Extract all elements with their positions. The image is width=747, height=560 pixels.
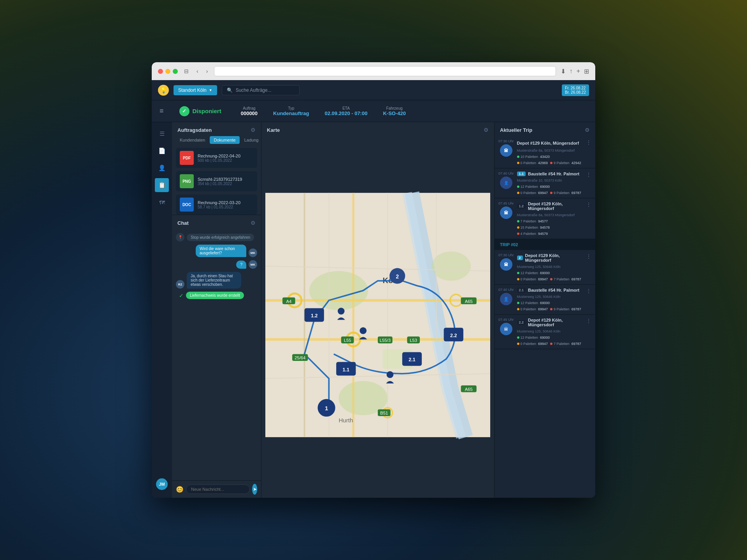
forward-button[interactable]: ›: [205, 67, 210, 75]
search-bar[interactable]: 🔍 Suche Aufträge...: [222, 85, 300, 95]
msg-left-1: RZ Ja, durch einen Stau hat sich der Lie…: [176, 272, 257, 289]
trip-stop-1-2: 07:45 Uhr 🏛 1.2 Depot #129 Köln, Müngers…: [494, 198, 595, 239]
typ-value: Kundenauftrag: [273, 110, 309, 116]
sidebar-icons: ☰ 📄 👤 📋 🗺 JM: [152, 122, 172, 498]
file-item-png[interactable]: PNG Scrnsht-218379127319 354 kb | 01.05.…: [176, 171, 257, 191]
stop-menu-2-2[interactable]: ⋮: [586, 318, 591, 346]
msg-success-1: ✓ Liefernachweis wurde erstellt: [176, 292, 257, 299]
order-metadata: Auftrag 000000 Typ Kundenauftrag ETA 02.…: [241, 106, 406, 116]
trip-stop-1: 07:30 Uhr 🏛 Depot #129 Köln, Müngersdorf…: [494, 136, 595, 168]
stop-address-2-1: Musterweg 125, 50646 Köln: [517, 295, 561, 299]
pallet-orange-2: 0 Paletten69947: [517, 277, 548, 281]
download-icon[interactable]: ⬇: [561, 68, 566, 75]
url-bar[interactable]: [214, 66, 556, 76]
location-button[interactable]: Standort Köln: [174, 85, 217, 95]
auftragsdaten-tabs: Kundendaten Dokumente Ladung: [172, 136, 261, 148]
share-icon[interactable]: ↑: [570, 68, 573, 75]
add-tab-icon[interactable]: +: [577, 68, 580, 75]
svg-text:2: 2: [396, 273, 399, 280]
stop-time-2-1: 07:40 Uhr: [498, 288, 514, 292]
stop-time-2-2: 07:45 Uhr: [498, 318, 514, 322]
map-header: Karte ⚙: [261, 122, 494, 136]
file-item-doc[interactable]: DOC Rechnung-2022-03-20 58.7 kb | 01.05.…: [176, 194, 257, 215]
minimize-button[interactable]: [165, 69, 170, 74]
file-name-doc: Rechnung-2022-03-20: [198, 200, 240, 205]
stop-name-2-2: Depot #129 Köln, Müngersdorf: [528, 318, 583, 327]
svg-point-39: [338, 308, 345, 315]
back-button[interactable]: ‹: [195, 67, 200, 75]
chat-gear-icon[interactable]: ⚙: [251, 220, 256, 226]
stop-name-1: Depot #129 Köln, Müngersdorf: [517, 141, 579, 145]
stop-menu-1-2[interactable]: ⋮: [586, 201, 591, 236]
chat-section: Chat ⚙ 📍 Stop wurde erfolgreich angefahr…: [172, 215, 261, 498]
svg-point-40: [387, 371, 394, 378]
png-icon: PNG: [180, 174, 194, 188]
sidebar-toggle-icon[interactable]: ⊟: [182, 67, 190, 75]
sidebar-icon-user[interactable]: 👤: [155, 161, 169, 175]
map-panel: Karte ⚙: [261, 122, 494, 498]
file-meta-png: 354 kb | 01.05.2022: [198, 182, 242, 186]
stop-menu-2[interactable]: ⋮: [586, 253, 591, 281]
fahrzeug-label: Fahrzeug: [386, 106, 403, 110]
user-avatar[interactable]: JM: [156, 478, 168, 490]
svg-text:2.1: 2.1: [409, 357, 415, 362]
pallet-green-1-2: 7 Paletten94577: [517, 219, 548, 223]
eta-label: ETA: [342, 106, 350, 110]
check-circle-icon: ✓: [179, 106, 189, 116]
tab-kundendaten[interactable]: Kundendaten: [176, 136, 209, 144]
stop-time-2: 07:30 Uhr: [498, 253, 514, 257]
tab-ladung[interactable]: Ladung: [240, 136, 261, 144]
order-fahrzeug: Fahrzeug K-SO-420: [383, 106, 406, 116]
auftragsdaten-gear-icon[interactable]: ⚙: [251, 127, 256, 133]
browser-window: ⊟ ‹ › ⬇ ↑ + ⊞ 💡 Standort Köln 🔍 Suche Au…: [152, 62, 595, 498]
stop-sub-badge-1-2: 1.2: [517, 204, 526, 208]
chat-input[interactable]: [186, 485, 250, 494]
stop-name-1-1: Baustelle #54 Hr. Palmort: [528, 172, 579, 176]
order-eta: ETA 02.09.2020 - 07:00: [325, 106, 368, 116]
pallet-green-2-2: 12 Paletten69000: [517, 336, 550, 340]
close-button[interactable]: [158, 69, 163, 74]
msg-bubble-right-1: Wird die ware schon ausgeliefert?: [196, 245, 246, 257]
pdf-icon: PDF: [180, 151, 194, 165]
location-pin-icon: 📍: [176, 233, 184, 242]
sidebar-icon-doc[interactable]: 📄: [155, 144, 169, 158]
stop-info-2-1: 2.1 Baustelle #54 Hr. Palmort Musterweg …: [517, 288, 583, 311]
stop-pallets-2: 12 Paletten69000 0 Paletten69947 7 Palet…: [517, 271, 583, 281]
stop-pallets-1-1: 12 Paletten69000 0 Paletten69947 9 Palet…: [517, 185, 583, 195]
msg-bubble-right-2: ?: [236, 261, 246, 269]
depot-pin-2: 🏛: [500, 258, 512, 271]
depot-pin-1-2: 🏛: [500, 206, 512, 219]
status-badge: ✓ Disponiert: [179, 106, 221, 116]
maximize-button[interactable]: [173, 69, 178, 74]
tabs-icon[interactable]: ⊞: [584, 68, 589, 75]
tab-dokumente[interactable]: Dokumente: [210, 136, 239, 144]
trip-gear-icon[interactable]: ⚙: [585, 127, 590, 133]
file-list: PDF Rechnung-2022-04-20 500 kb | 01.05.2…: [172, 148, 261, 215]
app-logo: 💡: [158, 85, 169, 96]
file-info-doc: Rechnung-2022-03-20 58.7 kb | 01.05.2022: [198, 200, 240, 209]
svg-point-2: [431, 252, 471, 281]
pallet-orange-1-1: 0 Paletten69947: [517, 191, 548, 195]
map-gear-icon[interactable]: ⚙: [484, 127, 489, 133]
pallet-green-2: 12 Paletten69000: [517, 271, 550, 275]
stop-sub-badge-2-1: 2.1: [517, 288, 526, 292]
map-container[interactable]: Köln Hurth 1: [265, 136, 490, 494]
send-button[interactable]: ➤: [252, 484, 257, 495]
hamburger-icon[interactable]: ≡: [160, 107, 164, 115]
stop-address-2: Musterweg 125, 50646 Köln: [517, 265, 561, 269]
stop-menu-1[interactable]: ⋮: [586, 139, 591, 165]
file-item-pdf[interactable]: PDF Rechnung-2022-04-20 500 kb | 01.05.2…: [176, 148, 257, 168]
map-svg: Köln Hurth 1: [265, 136, 490, 494]
emoji-icon[interactable]: 😊: [176, 486, 184, 493]
pallet-red-1: 9 Paletten42942: [550, 161, 581, 165]
left-panel: Auftragsdaten ⚙ Kundendaten Dokumente La…: [172, 122, 261, 498]
sidebar-icon-map[interactable]: 🗺: [155, 195, 169, 209]
stop-menu-2-1[interactable]: ⋮: [586, 288, 591, 311]
typ-label: Typ: [288, 106, 294, 110]
sidebar-icon-menu[interactable]: ☰: [155, 127, 169, 141]
stop-address-1-2: Musterstraße 8a, 50373 Müngersdorf: [517, 213, 575, 217]
svg-text:1.1: 1.1: [343, 367, 349, 373]
sidebar-icon-clipboard[interactable]: 📋: [155, 178, 169, 192]
stop-menu-1-1[interactable]: ⋮: [586, 172, 591, 195]
pallet-green-2-1: 12 Paletten69000: [517, 301, 550, 305]
